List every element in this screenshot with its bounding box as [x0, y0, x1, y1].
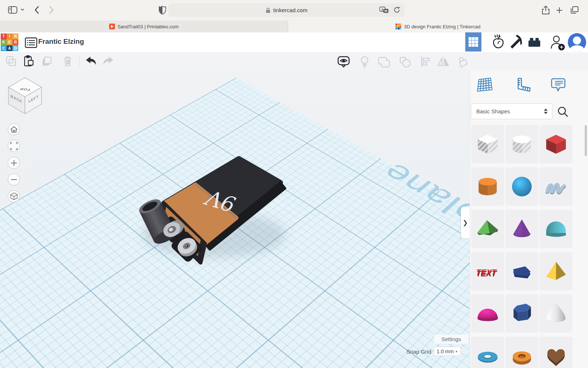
- copy-icon[interactable]: [5, 55, 18, 67]
- browser-toolbar: tinkercad.com: [0, 0, 588, 21]
- address-bar[interactable]: tinkercad.com: [168, 3, 405, 17]
- forward-button[interactable]: [48, 5, 55, 16]
- browser-tab-printables[interactable]: SandTrail03 | Printables.com: [0, 21, 288, 32]
- logo-letter: T: [1, 33, 7, 39]
- shape-box-hole[interactable]: [471, 125, 504, 163]
- home-view-button[interactable]: [8, 123, 20, 135]
- shape-category-select[interactable]: Basic Shapes: [471, 103, 552, 119]
- logo-letter: A: [7, 45, 12, 51]
- lego-brick-icon[interactable]: [526, 34, 542, 51]
- back-button[interactable]: [33, 5, 40, 16]
- show-all-icon[interactable]: [358, 55, 371, 67]
- shape-category-value: Basic Shapes: [476, 108, 510, 114]
- collaborate-icon[interactable]: [549, 34, 565, 51]
- logo-letter: D: [12, 45, 18, 51]
- shape-polygon[interactable]: [505, 252, 538, 290]
- group-icon[interactable]: [377, 55, 390, 67]
- tab-overview-icon[interactable]: [570, 6, 579, 15]
- sidebar-chevron-icon[interactable]: [20, 7, 25, 13]
- design-menu-icon[interactable]: [22, 36, 36, 48]
- search-icon[interactable]: [557, 106, 569, 118]
- editor-toolbar: Import Export Send To: [0, 52, 588, 70]
- toolbar-divider: [79, 56, 80, 66]
- grid-settings-button[interactable]: Settings: [434, 335, 469, 344]
- shapes-panel: Basic Shapes TEXTTEXT: [470, 70, 588, 368]
- fit-view-button[interactable]: [8, 140, 20, 152]
- minecraft-pickaxe-icon[interactable]: [508, 34, 524, 51]
- tab-bar: SandTrail03 | Printables.com 3D design F…: [0, 21, 588, 33]
- shape-heart[interactable]: [539, 337, 573, 368]
- hide-selected-icon[interactable]: [337, 55, 350, 67]
- mirror-icon[interactable]: [436, 55, 449, 67]
- tab-title: 3D design Frantic Elzing | Tinkercad: [404, 24, 480, 29]
- share-icon[interactable]: [541, 5, 550, 17]
- shape-sphere[interactable]: [505, 167, 538, 206]
- snap-grid-label: Snap Grid: [406, 348, 431, 355]
- new-tab-icon[interactable]: [556, 7, 563, 15]
- logo-letter: N: [12, 33, 18, 39]
- shape-pyramid[interactable]: [539, 252, 573, 290]
- ruler-tool-icon[interactable]: [513, 77, 531, 94]
- shape-box[interactable]: [539, 125, 573, 163]
- logo-letter: C: [1, 45, 7, 51]
- zoom-in-button[interactable]: [8, 157, 20, 169]
- shape-paraboloid[interactable]: [539, 294, 573, 333]
- sim-lab-icon[interactable]: [490, 34, 506, 51]
- translate-icon[interactable]: [379, 7, 389, 15]
- tinkercad-header: TINKERCAD Frantic Elzing: [0, 32, 588, 52]
- shape-scribble[interactable]: [539, 167, 573, 206]
- collapse-panel-button[interactable]: ❯: [461, 207, 470, 238]
- lock-icon: [266, 7, 270, 13]
- design-title: Frantic Elzing: [38, 38, 84, 46]
- notes-tool-icon[interactable]: [549, 77, 567, 94]
- shape-round-roof[interactable]: [539, 210, 573, 248]
- avatar-body: [570, 45, 584, 52]
- safari-window: tinkercad.com SandTrail03 | Printables.c…: [0, 0, 588, 368]
- logo-letter: E: [7, 39, 12, 45]
- shape-torus[interactable]: [471, 337, 504, 368]
- blocks-grid-icon: [469, 37, 478, 47]
- delete-icon[interactable]: [61, 55, 74, 67]
- shape-tube[interactable]: [505, 337, 538, 368]
- logo-letter: R: [12, 39, 18, 45]
- shape-hexagonal-prism[interactable]: [505, 294, 538, 333]
- sidebar-toggle-icon[interactable]: [7, 5, 18, 16]
- reload-icon[interactable]: [393, 6, 401, 15]
- ungroup-icon[interactable]: [398, 55, 411, 67]
- browser-tab-tinkercad[interactable]: 3D design Frantic Elzing | Tinkercad: [288, 21, 588, 32]
- printables-favicon: [109, 24, 115, 29]
- shape-cylinder[interactable]: [471, 167, 504, 206]
- snap-grid-value: 1.0 mm: [437, 348, 454, 354]
- shape-half-sphere[interactable]: [471, 294, 504, 333]
- shape-roof[interactable]: [471, 210, 504, 248]
- logo-letter: I: [7, 33, 12, 39]
- align-icon[interactable]: [419, 55, 432, 67]
- logo-letter: K: [1, 39, 7, 45]
- duplicate-icon[interactable]: [41, 55, 54, 67]
- 3d-editor-tab-active[interactable]: [465, 32, 481, 52]
- privacy-shield-icon[interactable]: [158, 6, 166, 17]
- svg-text:TEXT: TEXT: [476, 268, 498, 277]
- select-stepper-icon: [544, 109, 548, 114]
- workplane-tool-icon[interactable]: [476, 77, 494, 94]
- panel-scrollbar[interactable]: [585, 125, 587, 156]
- paste-icon[interactable]: [22, 55, 35, 67]
- tinkercad-logo[interactable]: TINKERCAD: [1, 33, 18, 51]
- undo-icon[interactable]: [84, 55, 97, 67]
- zoom-out-button[interactable]: [8, 173, 20, 185]
- perspective-toggle-button[interactable]: [8, 190, 20, 202]
- shape-cylinder-hole[interactable]: [505, 125, 538, 163]
- shape-cone[interactable]: [505, 210, 538, 248]
- avatar-head: [573, 36, 581, 45]
- redo-icon[interactable]: [102, 55, 115, 67]
- lock-icon[interactable]: [456, 55, 469, 67]
- 3d-viewport[interactable]: Workplane 9V: [0, 70, 470, 368]
- tinkercad-favicon: [395, 24, 401, 29]
- shape-text[interactable]: TEXTTEXT: [471, 252, 504, 290]
- url-text: tinkercad.com: [273, 7, 307, 13]
- view-cube[interactable]: TOP BACK LEFT: [4, 75, 46, 116]
- battery-model[interactable]: 9V: [0, 70, 470, 368]
- caret-up-icon: ▲: [455, 350, 458, 353]
- account-avatar[interactable]: [568, 33, 586, 52]
- snap-grid-select[interactable]: 1.0 mm ▲: [434, 347, 461, 356]
